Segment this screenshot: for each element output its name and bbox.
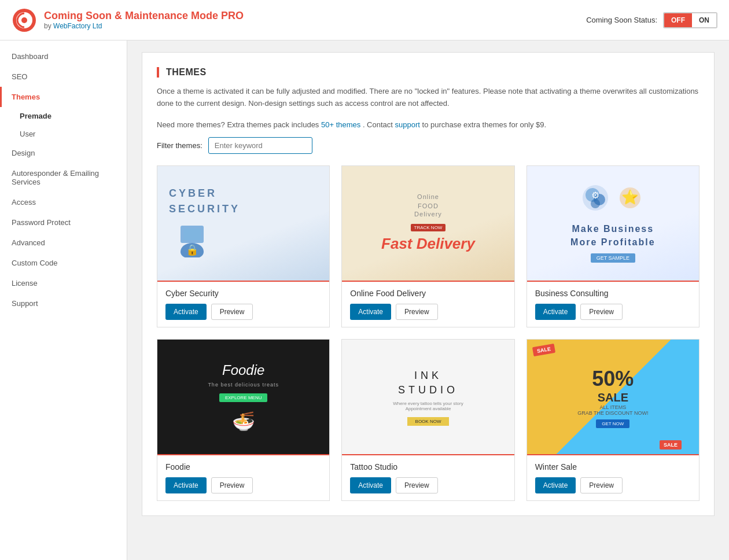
toggle-on-button[interactable]: ON (692, 13, 716, 27)
activate-button-winter-sale[interactable]: Activate (535, 477, 576, 493)
activate-button-business-consulting[interactable]: Activate (535, 304, 576, 320)
themes-pack-link[interactable]: 50+ themes (321, 120, 360, 129)
theme-image-food-delivery: Online FOOD Delivery TRACK NOW Fast Deli… (342, 166, 514, 282)
sidebar-item-design[interactable]: Design (0, 143, 127, 163)
app-title-pro: PRO (221, 10, 244, 21)
theme-info-winter-sale: Winter Sale Activate Preview (527, 455, 699, 500)
theme-info-tattoo-studio: Tattoo Studio Activate Preview (342, 455, 514, 500)
theme-info-business-consulting: Business Consulting Activate Preview (527, 282, 699, 327)
app-title: Coming Soon & Maintenance Mode PRO (44, 10, 244, 22)
theme-name-tattoo-studio: Tattoo Studio (350, 462, 506, 471)
filter-input[interactable] (208, 137, 312, 154)
theme-name-winter-sale: Winter Sale (535, 462, 691, 471)
webfactory-link[interactable]: WebFactory Ltd (53, 22, 102, 30)
extra-text-after: to purchase extra themes for only $9. (422, 120, 547, 129)
sidebar-item-custom-code[interactable]: Custom Code (0, 253, 127, 273)
theme-actions-foodie: Activate Preview (165, 477, 321, 493)
preview-button-business-consulting[interactable]: Preview (580, 304, 623, 320)
theme-info-cyber-security: Cyber Security Activate Preview (157, 282, 329, 327)
sidebar-item-license[interactable]: License (0, 273, 127, 293)
themes-section-title: THEMES (157, 67, 699, 78)
subtitle-by: by (44, 22, 53, 30)
theme-info-foodie: Foodie Activate Preview (157, 455, 329, 500)
tattoo-preview: INKSTUDIO Where every tattoo tells your … (342, 340, 514, 455)
preview-button-tattoo-studio[interactable]: Preview (396, 477, 438, 493)
toggle-off-button[interactable]: OFF (664, 13, 692, 27)
sidebar: Dashboard SEO Themes Premade User Design… (0, 40, 127, 560)
theme-actions-cyber-security: Activate Preview (165, 304, 321, 320)
theme-name-foodie: Foodie (165, 462, 321, 471)
status-label: Coming Soon Status: (586, 16, 657, 24)
sidebar-item-password-protect[interactable]: Password Protect (0, 212, 127, 233)
main-layout: Dashboard SEO Themes Premade User Design… (0, 40, 729, 560)
sidebar-item-autoresponder[interactable]: Autoresponder & Emailing Services (0, 163, 127, 192)
sidebar-item-seo[interactable]: SEO (0, 67, 127, 87)
sidebar-item-access[interactable]: Access (0, 192, 127, 212)
theme-image-business-consulting: ⚙ ⭐ Make BusinessMore Profitable GET SAM… (527, 166, 699, 282)
theme-card-business-consulting: ⚙ ⭐ Make BusinessMore Profitable GET SAM… (526, 165, 699, 327)
theme-card-cyber-security: CYBER SECURITY 🔒 (157, 165, 330, 327)
sale-preview: SALE SALE 50% SALE ALL ITEMSGRAB THE DIS… (527, 340, 699, 455)
sidebar-item-user[interactable]: User (0, 125, 127, 143)
preview-button-foodie[interactable]: Preview (211, 477, 253, 493)
theme-image-cyber-security: CYBER SECURITY 🔒 (157, 166, 329, 282)
svg-text:⚙: ⚙ (591, 190, 599, 200)
svg-point-9 (591, 199, 600, 208)
activate-button-food-delivery[interactable]: Activate (350, 304, 391, 320)
app-logo-icon (12, 8, 37, 33)
themes-extra-info: Need more themes? Extra themes pack incl… (157, 120, 699, 129)
theme-actions-tattoo-studio: Activate Preview (350, 477, 506, 493)
theme-actions-winter-sale: Activate Preview (535, 477, 691, 493)
theme-card-foodie: Foodie The best delicious treats EXPLORE… (157, 339, 330, 501)
preview-button-winter-sale[interactable]: Preview (580, 477, 623, 493)
header: Coming Soon & Maintenance Mode PRO by We… (0, 0, 729, 40)
food-preview: Online FOOD Delivery TRACK NOW Fast Deli… (342, 166, 514, 281)
filter-row: Filter themes: (157, 137, 699, 154)
logo-area: Coming Soon & Maintenance Mode PRO by We… (12, 8, 244, 33)
themes-card: THEMES Once a theme is activated it can … (142, 52, 715, 516)
theme-actions-business-consulting: Activate Preview (535, 304, 691, 320)
svg-rect-4 (183, 229, 201, 240)
theme-actions-food-delivery: Activate Preview (350, 304, 506, 320)
sidebar-item-premade[interactable]: Premade (0, 107, 127, 125)
theme-name-food-delivery: Online Food Delivery (350, 289, 506, 298)
theme-card-winter-sale: SALE SALE 50% SALE ALL ITEMSGRAB THE DIS… (526, 339, 699, 501)
sidebar-item-themes[interactable]: Themes (0, 87, 127, 107)
activate-button-cyber-security[interactable]: Activate (165, 304, 207, 320)
themes-grid: CYBER SECURITY 🔒 (157, 165, 699, 501)
preview-button-cyber-security[interactable]: Preview (211, 304, 253, 320)
cyber-preview: CYBER SECURITY 🔒 (157, 166, 329, 281)
sidebar-item-dashboard[interactable]: Dashboard (0, 46, 127, 67)
preview-button-food-delivery[interactable]: Preview (396, 304, 438, 320)
theme-image-foodie: Foodie The best delicious treats EXPLORE… (157, 340, 329, 455)
main-content: THEMES Once a theme is activated it can … (127, 40, 729, 560)
theme-card-food-delivery: Online FOOD Delivery TRACK NOW Fast Deli… (341, 165, 514, 327)
support-link[interactable]: support (395, 120, 420, 129)
sidebar-item-support[interactable]: Support (0, 293, 127, 314)
svg-point-2 (21, 17, 27, 23)
activate-button-foodie[interactable]: Activate (165, 477, 207, 493)
theme-name-business-consulting: Business Consulting (535, 289, 691, 298)
extra-text-before: Need more themes? Extra themes pack incl… (157, 120, 321, 129)
theme-name-cyber-security: Cyber Security (165, 289, 321, 298)
activate-button-tattoo-studio[interactable]: Activate (350, 477, 391, 493)
app-title-text: Coming Soon & Maintenance Mode (44, 10, 218, 21)
status-area: Coming Soon Status: OFF ON (586, 12, 717, 28)
business-preview: ⚙ ⭐ Make BusinessMore Profitable GET SAM… (527, 166, 699, 281)
foodie-preview: Foodie The best delicious treats EXPLORE… (157, 340, 329, 455)
theme-image-tattoo-studio: INKSTUDIO Where every tattoo tells your … (342, 340, 514, 455)
sidebar-item-advanced[interactable]: Advanced (0, 233, 127, 253)
filter-label: Filter themes: (157, 141, 203, 150)
theme-card-tattoo-studio: INKSTUDIO Where every tattoo tells your … (341, 339, 514, 501)
theme-info-food-delivery: Online Food Delivery Activate Preview (342, 282, 514, 327)
status-toggle[interactable]: OFF ON (663, 12, 717, 28)
extra-text-between: . Contact (363, 120, 395, 129)
theme-image-winter-sale: SALE SALE 50% SALE ALL ITEMSGRAB THE DIS… (527, 340, 699, 455)
svg-text:⭐: ⭐ (621, 189, 639, 205)
app-subtitle: by WebFactory Ltd (44, 22, 244, 30)
svg-text:🔒: 🔒 (186, 244, 199, 256)
themes-description: Once a theme is activated it can be full… (157, 86, 699, 110)
